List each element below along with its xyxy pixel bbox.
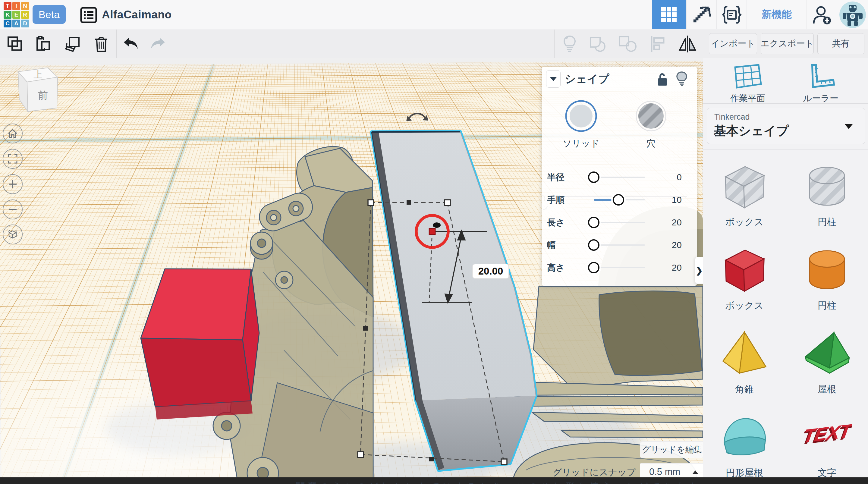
design-title[interactable]: AlfaCaimano bbox=[102, 0, 172, 29]
shape-item-cyl-orange[interactable]: 円柱 bbox=[786, 233, 868, 317]
shape-box-striped-icon bbox=[719, 161, 770, 212]
slider-label: 幅 bbox=[547, 239, 556, 251]
mirror-button[interactable] bbox=[678, 30, 698, 58]
paste-button[interactable] bbox=[34, 30, 52, 58]
edit-grid-button[interactable]: グリッドを編集 bbox=[640, 441, 704, 458]
shape-roundroof-icon bbox=[719, 412, 770, 462]
slider-value: 20 bbox=[672, 217, 682, 228]
slider-handle[interactable] bbox=[588, 217, 599, 228]
slider-label: 手順 bbox=[547, 194, 564, 206]
shape-cyl-striped-icon bbox=[802, 161, 852, 212]
shape-inspector-panel: シェイプ ソリッド bbox=[542, 67, 697, 286]
inspector-slider-1: 半径0 bbox=[542, 172, 697, 184]
shape-roof-icon bbox=[802, 328, 852, 379]
shape-label: 屋根 bbox=[818, 383, 836, 396]
caret-down-icon bbox=[844, 124, 853, 129]
svg-text:前: 前 bbox=[38, 90, 48, 101]
unlock-icon[interactable] bbox=[656, 72, 670, 88]
slider-handle[interactable] bbox=[588, 172, 599, 183]
shape-category-dropdown[interactable]: Tinkercad 基本シェイプ bbox=[707, 108, 865, 144]
shape-label: 円柱 bbox=[818, 216, 836, 229]
duplicate-button[interactable] bbox=[63, 30, 82, 58]
shape-item-box-striped[interactable]: ボックス bbox=[703, 149, 786, 233]
shape-item-roof[interactable]: 屋根 bbox=[786, 317, 868, 400]
logo-tile: C bbox=[4, 20, 11, 27]
shape-box-red-icon bbox=[719, 244, 770, 295]
logo-tile: T bbox=[4, 2, 11, 10]
logo-tile: I bbox=[12, 2, 20, 10]
beta-button[interactable]: Beta bbox=[33, 5, 66, 24]
redo-button[interactable] bbox=[148, 30, 167, 58]
undo-button[interactable] bbox=[122, 30, 141, 58]
fit-view-button[interactable] bbox=[3, 149, 23, 169]
import-button[interactable]: インポート bbox=[709, 33, 757, 54]
shape-label: 円柱 bbox=[818, 299, 836, 312]
slider-handle[interactable] bbox=[588, 239, 599, 251]
ruler-tool[interactable]: ルーラー bbox=[790, 63, 851, 104]
hole-option[interactable]: 穴 bbox=[621, 99, 681, 150]
invite-person-icon[interactable] bbox=[807, 0, 837, 29]
inspector-collapse-button[interactable] bbox=[546, 70, 561, 88]
shape-pyramid-icon bbox=[719, 328, 770, 379]
shape-item-pyramid[interactable]: 角錐 bbox=[703, 317, 786, 400]
logo-tile: E bbox=[12, 11, 20, 19]
slider-handle[interactable] bbox=[588, 262, 599, 273]
workplane-tool[interactable]: 作業平面 bbox=[718, 63, 778, 104]
shape-library-sidebar: 作業平面 ルーラー Tinkercad 基本シェイプ ボックス円柱ボックス円柱角… bbox=[703, 58, 868, 484]
slider-value: 10 bbox=[672, 195, 682, 205]
copy-button[interactable] bbox=[6, 30, 24, 58]
shape-label: ボックス bbox=[725, 299, 764, 312]
zoom-in-button[interactable] bbox=[3, 174, 23, 194]
shape-cyl-orange-icon bbox=[802, 244, 852, 295]
slider-value: 20 bbox=[672, 240, 682, 250]
shape-label: 角錐 bbox=[735, 383, 754, 396]
show-all-lightbulb-icon[interactable] bbox=[561, 30, 579, 58]
slider-value: 20 bbox=[672, 263, 682, 273]
tinkercad-logo[interactable]: TINKERCAD bbox=[4, 2, 29, 27]
slider-track[interactable] bbox=[594, 222, 645, 223]
shape-item-roundroof[interactable]: 円形屋根 bbox=[703, 400, 786, 484]
sidebar-collapse-tab[interactable]: ❯ bbox=[695, 257, 703, 284]
logo-tile: N bbox=[21, 2, 29, 10]
inspector-slider-4: 幅20 bbox=[542, 239, 697, 251]
inspector-slider-2: 手順10 bbox=[542, 194, 697, 206]
zoom-out-button[interactable] bbox=[3, 200, 23, 219]
slider-label: 長さ bbox=[547, 217, 565, 229]
align-button[interactable] bbox=[648, 30, 667, 58]
home-view-button[interactable] bbox=[3, 124, 23, 144]
new-features-link[interactable]: 新機能 bbox=[747, 0, 807, 29]
perspective-toggle-button[interactable] bbox=[3, 224, 23, 244]
slider-handle[interactable] bbox=[613, 194, 624, 206]
solid-option[interactable]: ソリッド bbox=[551, 99, 611, 150]
minecraft-pickaxe-icon[interactable] bbox=[686, 0, 716, 29]
shape-text-icon bbox=[802, 412, 852, 462]
delete-button[interactable] bbox=[92, 30, 110, 58]
app-header: TINKERCAD Beta AlfaCaimano bbox=[0, 0, 868, 29]
slider-track[interactable] bbox=[594, 177, 645, 178]
snap-grid-label: グリッドにスナップ bbox=[527, 466, 636, 479]
shape-item-cyl-striped[interactable]: 円柱 bbox=[786, 149, 868, 233]
ungroup-button[interactable] bbox=[618, 30, 638, 58]
logo-tile: A bbox=[12, 20, 20, 27]
export-button[interactable]: エクスポート bbox=[761, 33, 814, 54]
design-menu-icon[interactable] bbox=[80, 7, 97, 23]
dashboard-grid-button[interactable] bbox=[652, 0, 686, 29]
logo-tile: K bbox=[4, 11, 11, 19]
slider-label: 高さ bbox=[547, 262, 565, 274]
user-avatar[interactable] bbox=[837, 0, 868, 29]
view-cube[interactable]: 上 前 bbox=[14, 66, 61, 121]
slider-track[interactable] bbox=[594, 244, 645, 246]
shape-grid: ボックス円柱ボックス円柱角錐屋根円形屋根文字 bbox=[703, 149, 868, 484]
slider-value: 0 bbox=[677, 172, 682, 182]
share-button[interactable]: 共有 bbox=[817, 33, 864, 54]
codeblocks-icon[interactable] bbox=[716, 0, 747, 29]
caret-up-icon bbox=[692, 471, 698, 474]
shape-item-box-red[interactable]: ボックス bbox=[703, 233, 786, 317]
slider-track[interactable] bbox=[594, 267, 645, 268]
shape-item-text[interactable]: 文字 bbox=[786, 400, 868, 484]
logo-tile: D bbox=[21, 20, 29, 27]
group-button[interactable] bbox=[588, 30, 608, 58]
shape-label: ボックス bbox=[725, 216, 764, 229]
svg-text:上: 上 bbox=[33, 70, 42, 80]
hide-lightbulb-icon[interactable] bbox=[675, 71, 688, 89]
